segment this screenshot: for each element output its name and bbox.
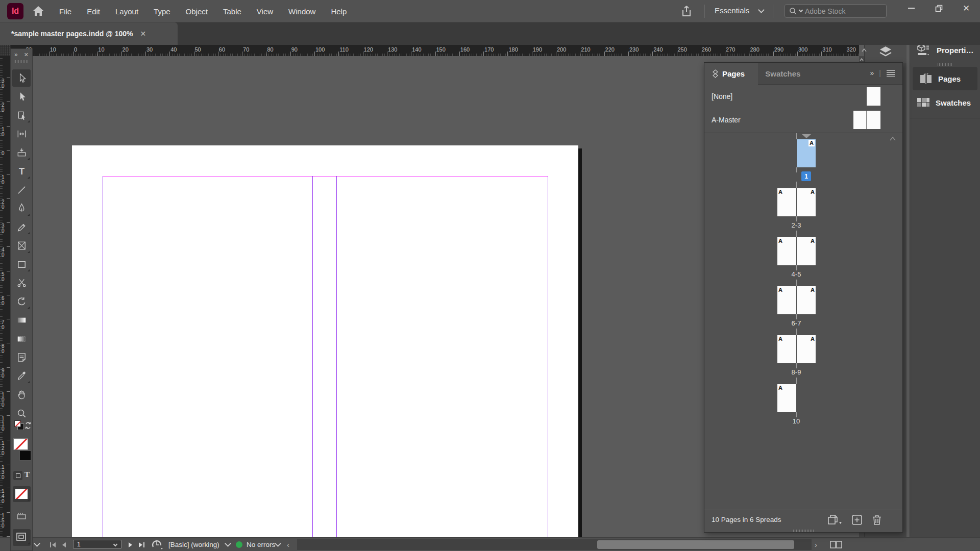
- horizontal-ruler[interactable]: 2010010203040506070809010011012013014015…: [11, 45, 859, 56]
- apply-none-button[interactable]: [13, 486, 31, 502]
- collapse-panel-icon[interactable]: »: [14, 51, 18, 58]
- rectangle-tool[interactable]: [12, 256, 31, 273]
- panel-menu-icon[interactable]: [886, 69, 895, 77]
- workspace-switcher[interactable]: Essentials: [715, 6, 749, 15]
- spread-label[interactable]: 2-3: [766, 221, 827, 229]
- page-thumbnail-1[interactable]: A: [797, 139, 816, 167]
- page-thumbnail-6-7[interactable]: A: [777, 286, 796, 314]
- screen-mode-button[interactable]: [13, 529, 31, 546]
- page-thumbnail-8-9[interactable]: A: [797, 335, 816, 363]
- page-thumbnail-10[interactable]: A: [777, 384, 796, 412]
- menu-edit[interactable]: Edit: [87, 7, 100, 16]
- direct-selection-tool[interactable]: [12, 88, 31, 106]
- vertical-ruler[interactable]: 3 02 01 001 02 03 04 05 06 07 08 09 01 0…: [0, 56, 11, 537]
- page-thumbnail-8-9[interactable]: A: [777, 335, 796, 363]
- master-row-a-master[interactable]: A-Master: [704, 108, 902, 132]
- page-tool[interactable]: [12, 107, 31, 124]
- horizontal-scroll-thumb[interactable]: [597, 540, 794, 549]
- indesign-logo[interactable]: Id: [7, 3, 23, 19]
- eyedropper-tool[interactable]: [12, 367, 31, 385]
- edit-page-size-icon[interactable]: [827, 514, 842, 526]
- dock-grip[interactable]: [938, 63, 953, 66]
- menu-object[interactable]: Object: [186, 7, 208, 16]
- column-guide[interactable]: [312, 176, 313, 537]
- scroll-up-icon[interactable]: [889, 136, 896, 141]
- ruler-scroll-chevron-icon[interactable]: [861, 47, 868, 54]
- scroll-up-icon[interactable]: [859, 57, 864, 62]
- restore-button[interactable]: [925, 0, 952, 16]
- horizontal-scrollbar[interactable]: [297, 539, 812, 550]
- scroll-right-icon[interactable]: ›: [815, 538, 817, 551]
- zoom-tool[interactable]: [12, 405, 31, 422]
- close-button[interactable]: ✕: [952, 0, 980, 16]
- close-panel-icon[interactable]: ✕: [24, 52, 29, 58]
- page-thumbnail-6-7[interactable]: A: [797, 286, 816, 314]
- dock-item-pages[interactable]: Pages: [913, 67, 977, 90]
- page-number-field[interactable]: 1: [73, 540, 121, 549]
- first-page-button[interactable]: [49, 538, 57, 551]
- page-thumbnail-2-3[interactable]: A: [797, 188, 816, 216]
- panel-grip[interactable]: [14, 60, 29, 63]
- ruler-origin-corner[interactable]: [0, 45, 11, 56]
- tab-pages[interactable]: Pages: [704, 63, 758, 85]
- menu-file[interactable]: File: [59, 7, 71, 16]
- cc-libraries-icon[interactable]: [15, 510, 29, 523]
- page-thumbnail-2-3[interactable]: A: [777, 188, 796, 216]
- formatting-affects-text-button[interactable]: T: [24, 470, 30, 479]
- share-icon[interactable]: [680, 5, 693, 18]
- dock-item-swatches[interactable]: Swatches: [910, 91, 980, 114]
- zoom-level-chevron-icon[interactable]: [35, 538, 39, 551]
- menu-layout[interactable]: Layout: [115, 7, 138, 16]
- spread-label[interactable]: 10: [766, 417, 827, 425]
- pen-tool[interactable]: [12, 200, 31, 217]
- last-page-button[interactable]: [138, 538, 146, 551]
- preset-chevron-icon[interactable]: [226, 538, 230, 551]
- pencil-tool[interactable]: [12, 218, 31, 236]
- menu-help[interactable]: Help: [331, 7, 347, 16]
- adobe-stock-search[interactable]: Adobe Stock: [785, 4, 887, 18]
- gradient-feather-tool[interactable]: [12, 330, 31, 347]
- type-tool[interactable]: T: [12, 163, 31, 180]
- spread-label[interactable]: 6-7: [766, 319, 827, 327]
- content-collector-tool[interactable]: [12, 144, 31, 161]
- frame-tool[interactable]: [12, 237, 31, 255]
- panel-resize-grip[interactable]: [704, 529, 902, 532]
- menu-type[interactable]: Type: [154, 7, 170, 16]
- stroke-swatch[interactable]: [19, 450, 31, 461]
- hand-tool[interactable]: [12, 386, 31, 404]
- master-thumbnail[interactable]: [867, 87, 880, 106]
- formatting-affects-container-button[interactable]: [13, 471, 22, 480]
- collapse-panel-icon[interactable]: »: [870, 69, 874, 77]
- spread-view-button[interactable]: [829, 538, 844, 551]
- page-rotation-icon[interactable]: [151, 538, 163, 551]
- menu-table[interactable]: Table: [223, 7, 241, 16]
- tab-close-icon[interactable]: ✕: [140, 30, 146, 38]
- swap-fill-stroke-icon[interactable]: [24, 421, 32, 430]
- spread-label[interactable]: 4-5: [766, 270, 827, 278]
- tab-swatches[interactable]: Swatches: [765, 69, 800, 78]
- column-guide[interactable]: [103, 176, 103, 537]
- page-thumbnail-4-5[interactable]: A: [797, 237, 816, 265]
- scroll-left-icon[interactable]: ‹: [287, 538, 289, 551]
- master-thumbnail[interactable]: [853, 111, 867, 129]
- margin-guide-top[interactable]: [103, 176, 548, 177]
- gap-tool[interactable]: [12, 126, 31, 143]
- errors-chevron-icon[interactable]: [276, 538, 280, 551]
- page-number-badge[interactable]: 1: [801, 171, 811, 181]
- chevron-down-icon[interactable]: [758, 7, 765, 13]
- preflight-profile[interactable]: [Basic] (working): [168, 538, 219, 551]
- create-new-page-icon[interactable]: [851, 514, 863, 525]
- fill-swatch-none[interactable]: [13, 438, 28, 450]
- minimize-button[interactable]: [897, 0, 925, 16]
- page-thumbnail-4-5[interactable]: A: [777, 237, 796, 265]
- spread-label[interactable]: 8-9: [766, 368, 827, 376]
- menu-window[interactable]: Window: [288, 7, 315, 16]
- master-row-none[interactable]: [None]: [704, 85, 902, 108]
- previous-page-button[interactable]: [61, 538, 67, 551]
- document-page[interactable]: [72, 145, 578, 537]
- menu-view[interactable]: View: [257, 7, 273, 16]
- master-thumbnail[interactable]: [867, 111, 880, 129]
- next-page-button[interactable]: [128, 538, 134, 551]
- home-icon[interactable]: [32, 5, 45, 17]
- search-chevron-icon[interactable]: [799, 8, 803, 12]
